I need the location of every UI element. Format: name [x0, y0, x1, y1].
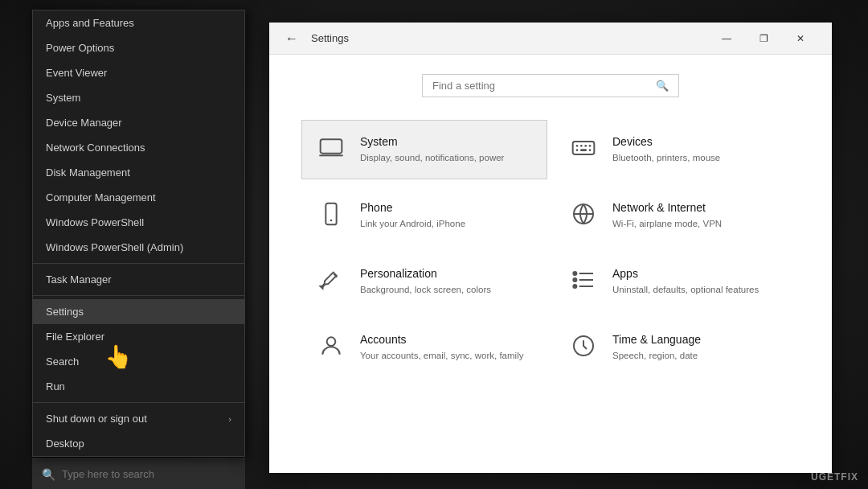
menu-item-desktop-item[interactable]: Desktop [33, 431, 244, 456]
menu-separator [33, 295, 244, 296]
menu-item-label-task-manager: Task Manager [46, 273, 112, 286]
menu-item-label-file-explorer: File Explorer [46, 331, 104, 343]
settings-tile-phone[interactable]: PhoneLink your Android, iPhone [301, 186, 547, 245]
svg-rect-1 [573, 142, 595, 154]
tile-title-devices: Devices [612, 135, 720, 148]
menu-item-network-connections[interactable]: Network Connections [33, 135, 244, 160]
taskbar-search-input[interactable] [62, 468, 235, 480]
settings-search-input[interactable] [432, 80, 649, 92]
tile-desc-phone: Link your Android, iPhone [360, 217, 465, 230]
tile-desc-accounts: Your accounts, email, sync, work, family [360, 349, 523, 362]
window-controls: — ❐ ✕ [708, 26, 819, 51]
tile-text-devices: DevicesBluetooth, printers, mouse [612, 135, 720, 164]
menu-item-file-explorer[interactable]: File Explorer [33, 324, 244, 349]
menu-separator [33, 263, 244, 264]
menu-item-label-system: System [46, 92, 80, 104]
menu-item-label-settings: Settings [46, 306, 84, 318]
menu-item-label-search: Search [46, 355, 79, 368]
menu-item-event-viewer[interactable]: Event Viewer [33, 60, 244, 85]
settings-tile-apps[interactable]: AppsUninstall, defaults, optional featur… [554, 252, 800, 311]
menu-item-run[interactable]: Run [33, 374, 244, 399]
menu-item-windows-powershell[interactable]: Windows PowerShell [33, 210, 244, 235]
menu-item-apps-features[interactable]: Apps and Features [33, 10, 244, 35]
menu-item-label-network-connections: Network Connections [46, 142, 145, 154]
menu-item-label-power-options: Power Options [46, 42, 114, 54]
context-menu: Apps and FeaturesPower OptionsEvent View… [32, 10, 245, 457]
settings-tile-system[interactable]: SystemDisplay, sound, notifications, pow… [301, 120, 547, 179]
phone-icon [315, 201, 347, 227]
tile-desc-system: Display, sound, notifications, power [360, 151, 504, 164]
restore-button[interactable]: ❐ [745, 26, 782, 51]
menu-item-windows-powershell-admin[interactable]: Windows PowerShell (Admin) [33, 235, 244, 260]
menu-item-shut-down[interactable]: Shut down or sign out› [33, 406, 244, 431]
settings-grid: SystemDisplay, sound, notifications, pow… [301, 120, 800, 377]
minimize-button[interactable]: — [708, 26, 745, 51]
taskbar-search-icon: 🔍 [42, 468, 55, 481]
settings-search-icon: 🔍 [656, 80, 669, 92]
clock-icon [567, 333, 600, 359]
menu-item-task-manager[interactable]: Task Manager [33, 267, 244, 292]
settings-tile-accounts[interactable]: AccountsYour accounts, email, sync, work… [301, 318, 547, 377]
tile-title-system: System [360, 135, 504, 148]
menu-item-search[interactable]: Search [33, 349, 244, 374]
tile-desc-apps: Uninstall, defaults, optional features [612, 283, 759, 296]
tile-text-phone: PhoneLink your Android, iPhone [360, 201, 465, 230]
globe-icon [567, 201, 600, 227]
back-button[interactable]: ← [282, 28, 301, 49]
menu-item-label-apps-features: Apps and Features [46, 17, 134, 29]
title-bar: ← Settings — ❐ ✕ [269, 23, 832, 55]
tile-title-network-internet: Network & Internet [612, 201, 722, 214]
menu-item-system[interactable]: System [33, 85, 244, 110]
keyboard-icon [567, 135, 600, 161]
settings-window: ← Settings — ❐ ✕ 🔍 SystemDisplay, sound,… [269, 23, 832, 473]
brush-icon [315, 267, 347, 293]
menu-item-label-windows-powershell: Windows PowerShell [46, 216, 144, 228]
menu-item-settings[interactable]: Settings [33, 299, 244, 324]
menu-separator [33, 402, 244, 403]
menu-item-computer-management[interactable]: Computer Management [33, 185, 244, 210]
menu-item-label-run: Run [46, 380, 65, 392]
tile-desc-personalization: Background, lock screen, colors [360, 283, 491, 296]
menu-item-label-windows-powershell-admin: Windows PowerShell (Admin) [46, 241, 183, 253]
laptop-icon [315, 135, 347, 161]
svg-point-15 [573, 272, 576, 275]
chevron-icon: › [228, 414, 231, 424]
tile-text-apps: AppsUninstall, defaults, optional featur… [612, 267, 759, 296]
settings-search-bar[interactable]: 🔍 [422, 74, 679, 97]
settings-tile-personalization[interactable]: PersonalizationBackground, lock screen, … [301, 252, 547, 311]
tile-desc-time-language: Speech, region, date [612, 349, 701, 362]
menu-item-disk-management[interactable]: Disk Management [33, 160, 244, 185]
menu-item-power-options[interactable]: Power Options [33, 35, 244, 60]
settings-tile-time-language[interactable]: Time & LanguageSpeech, region, date [554, 318, 800, 377]
taskbar-search-bar[interactable]: 🔍 [32, 458, 245, 489]
tile-text-accounts: AccountsYour accounts, email, sync, work… [360, 333, 523, 362]
svg-point-17 [573, 285, 576, 288]
svg-rect-0 [321, 139, 342, 153]
tile-title-apps: Apps [612, 267, 759, 280]
svg-rect-9 [326, 203, 336, 225]
menu-item-label-desktop-item: Desktop [46, 438, 84, 450]
menu-item-label-shut-down: Shut down or sign out [46, 413, 147, 425]
menu-item-label-disk-management: Disk Management [46, 166, 130, 179]
window-title: Settings [311, 32, 698, 44]
tile-title-time-language: Time & Language [612, 333, 701, 346]
menu-item-label-event-viewer: Event Viewer [46, 67, 107, 79]
tile-title-personalization: Personalization [360, 267, 491, 280]
tile-desc-network-internet: Wi-Fi, airplane mode, VPN [612, 217, 722, 230]
tile-title-accounts: Accounts [360, 333, 523, 346]
person-icon [315, 333, 347, 359]
tile-text-time-language: Time & LanguageSpeech, region, date [612, 333, 701, 362]
tile-title-phone: Phone [360, 201, 465, 214]
svg-point-18 [327, 338, 336, 347]
menu-item-device-manager[interactable]: Device Manager [33, 110, 244, 135]
tile-desc-devices: Bluetooth, printers, mouse [612, 151, 720, 164]
svg-point-16 [573, 278, 576, 281]
apps-icon [567, 267, 600, 293]
watermark: UGETFIX [811, 471, 858, 483]
close-button[interactable]: ✕ [782, 26, 819, 51]
settings-tile-network-internet[interactable]: Network & InternetWi-Fi, airplane mode, … [554, 186, 800, 245]
menu-item-label-device-manager: Device Manager [46, 117, 122, 129]
settings-tile-devices[interactable]: DevicesBluetooth, printers, mouse [554, 120, 800, 179]
tile-text-personalization: PersonalizationBackground, lock screen, … [360, 267, 491, 296]
tile-text-network-internet: Network & InternetWi-Fi, airplane mode, … [612, 201, 722, 230]
